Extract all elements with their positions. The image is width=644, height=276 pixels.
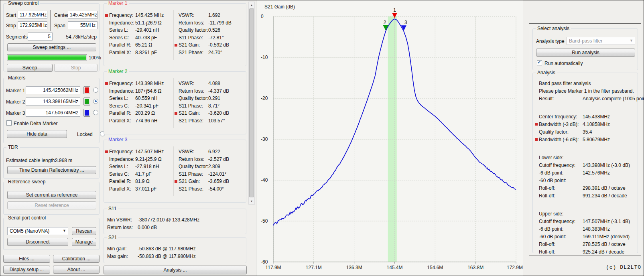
marker-select-radio[interactable] xyxy=(93,110,98,115)
scroll-down-icon[interactable]: ▼ xyxy=(249,198,254,204)
enable-delta-marker-checkbox[interactable] xyxy=(6,120,12,126)
select-analysis-group: Select analysis Analysis type Band-pass … xyxy=(532,28,638,70)
detail-value: 24.70° xyxy=(208,50,222,55)
analysis-row: Roll-off: 298.391 dB / octave xyxy=(534,184,636,192)
info-label: Min VSWR: xyxy=(107,217,138,223)
about-button[interactable]: About ... xyxy=(53,266,100,274)
info-row: Return loss:0.000 dB xyxy=(107,223,244,231)
analysis-row: Band pass filter analysis xyxy=(534,79,636,87)
detail-value: 41.7 pF xyxy=(135,171,152,177)
scroll-up-icon[interactable]: ▲ xyxy=(249,2,254,8)
detail-value: 103.57° xyxy=(208,118,225,124)
marker2-left-column: Frequency:143.398 MHzImpedance:187+j54.6… xyxy=(105,80,172,124)
info-label: Min gain: xyxy=(107,246,138,252)
detail-row: S21 Phase:-54.00° xyxy=(174,185,246,193)
detail-value: -3.659 dB xyxy=(208,179,229,184)
analysis-label: Band pass filter analysis xyxy=(539,81,591,86)
analysis-label: Bandwidth (-6 dB): xyxy=(539,137,579,142)
center-input[interactable]: 145.425MHz xyxy=(68,11,98,19)
scrollbar-thumb[interactable] xyxy=(249,8,254,197)
sweep-button[interactable]: Sweep xyxy=(7,64,53,72)
files-button[interactable]: Files ... xyxy=(3,255,50,263)
start-input[interactable]: 117.925MHz xyxy=(18,11,47,19)
analysis-row: Lower side: xyxy=(534,154,636,161)
detail-label: Series L: xyxy=(109,95,128,101)
analysis-value: 145.438MHz xyxy=(583,114,610,120)
marker-select-radio[interactable] xyxy=(93,87,98,93)
marker-color-button[interactable] xyxy=(83,97,90,106)
detail-row: Return loss:-2.527 dB xyxy=(174,156,246,163)
analysis-label: Upper side: xyxy=(539,211,563,217)
marker-panel-scrollbar[interactable]: ▲ ▼ xyxy=(248,2,255,205)
info-row: Min gain:-50.863 dB @ 117.980MHz xyxy=(107,245,244,252)
detail-label: S21 Gain: xyxy=(179,42,200,48)
calibration-button[interactable]: Calibration ... xyxy=(53,255,100,263)
marker2-right-column: VSWR:4.088Return loss:-4.337 dBQuality f… xyxy=(174,80,246,124)
tdr-button[interactable]: Time Domain Reflectometry ... xyxy=(7,166,96,174)
detail-row: Parallel R:203.29 Ω xyxy=(105,110,172,117)
detail-value: -124.01° xyxy=(208,171,227,177)
detail-row: Series L:-29.401 nH xyxy=(105,26,172,34)
detail-row: Return loss:-4.337 dB xyxy=(174,87,246,95)
detail-label: Return loss: xyxy=(179,156,204,162)
markers-group: Markers Marker 1 145.425062MHz Marker 2 … xyxy=(3,78,100,143)
detail-label: S11 Phase: xyxy=(179,171,203,177)
marker-frequency-input[interactable]: 143.398165MHz xyxy=(26,97,80,106)
analysis-row: Roll-off: 991.234 dB / decade xyxy=(534,192,636,199)
marker-color-button[interactable] xyxy=(83,109,90,117)
trace-bullet-icon xyxy=(535,123,538,126)
marker-select-radio[interactable] xyxy=(93,99,98,104)
analysis-value: 278.525 dB / octave xyxy=(583,242,626,247)
detail-row: Series C:41.7 pF xyxy=(105,170,172,178)
analysis-value: 991.234 dB / decade xyxy=(583,193,627,199)
detail-row: S21 Gain:-3.620 dB xyxy=(174,110,246,117)
analysis-type-select[interactable]: Band-pass filter ▼ xyxy=(567,37,635,45)
set-reference-button[interactable]: Set current as reference xyxy=(7,191,96,199)
rescan-button[interactable]: Rescan xyxy=(72,227,96,235)
segments-input[interactable]: 5 xyxy=(28,32,53,41)
run-analysis-button[interactable]: Run analysis xyxy=(536,49,635,57)
marker2-details-title: Marker 2 xyxy=(107,69,129,75)
detail-row: Impedance:9.21-j25.9 Ω xyxy=(105,156,172,163)
marker-frequency-input[interactable]: 145.425062MHz xyxy=(26,86,80,94)
progress-percent: 100% xyxy=(89,55,101,61)
detail-value: -27.918 nH xyxy=(135,164,159,169)
stop-button[interactable]: Stop xyxy=(54,64,98,72)
marker3-left-column: Frequency:147.507 MHzImpedance:9.21-j25.… xyxy=(105,148,172,193)
sweep-settings-button[interactable]: Sweep settings ... xyxy=(7,43,96,51)
analysis-label: Roll-off: xyxy=(539,185,555,191)
detail-label: S21 Gain: xyxy=(179,110,200,116)
analysis-row: -6 dB point: 148.383MHz xyxy=(534,225,636,233)
serial-port-select[interactable]: COM5 (NanoVNA) ▼ xyxy=(7,227,68,235)
analysis-button[interactable]: Analysis ... xyxy=(104,266,247,274)
x-axis-tick-label: 117.9M xyxy=(265,265,281,270)
chart-title: S21 Gain (dB) xyxy=(264,4,295,10)
span-input[interactable]: 55MHz xyxy=(68,21,98,29)
hide-data-button[interactable]: Hide data xyxy=(7,130,67,138)
analysis-row: Result: Analysis complete (1005 points) xyxy=(534,95,636,102)
marker-row: Marker 1 145.425062MHz xyxy=(4,85,99,97)
display-setup-button[interactable]: Display setup ... xyxy=(3,266,50,274)
x-axis-tick-label: 163.8M xyxy=(467,265,484,270)
y-axis-tick-label: -20 xyxy=(261,95,268,101)
detail-label: Series C: xyxy=(109,35,129,41)
reset-reference-button[interactable]: Reset reference xyxy=(7,201,96,209)
detail-row: S11 Phase:-72.81° xyxy=(174,34,246,42)
run-automatically-checkbox[interactable] xyxy=(537,60,542,65)
marker-frequency-input[interactable]: 147.50674MHz xyxy=(26,109,80,117)
marker-color-button[interactable] xyxy=(83,86,90,94)
analysis-row: -60 dB point: 169.111MHz (derived) xyxy=(534,233,636,240)
y-axis-tick-label: -40 xyxy=(261,177,268,183)
analysis-label: Please place Marker 1 in the filter pass… xyxy=(539,88,634,94)
trace-bullet-icon xyxy=(105,82,108,85)
disconnect-button[interactable]: Disconnect xyxy=(7,238,68,246)
detail-value: 6.922 xyxy=(208,149,220,154)
stop-input[interactable]: 172.925MHz xyxy=(18,21,47,29)
analysis-label: Roll-off: xyxy=(539,242,555,247)
info-value: -50.863 dB @ 117.980MHz xyxy=(138,254,196,259)
detail-row: Parallel X:774.96 nH xyxy=(105,117,172,125)
manage-button[interactable]: Manage xyxy=(72,238,96,246)
info-value: -380772.010 @ 133.428MHz xyxy=(138,217,199,223)
info-value: 0.000 dB xyxy=(138,225,157,230)
analysis-value: 925.24 dB / decade xyxy=(583,249,624,255)
